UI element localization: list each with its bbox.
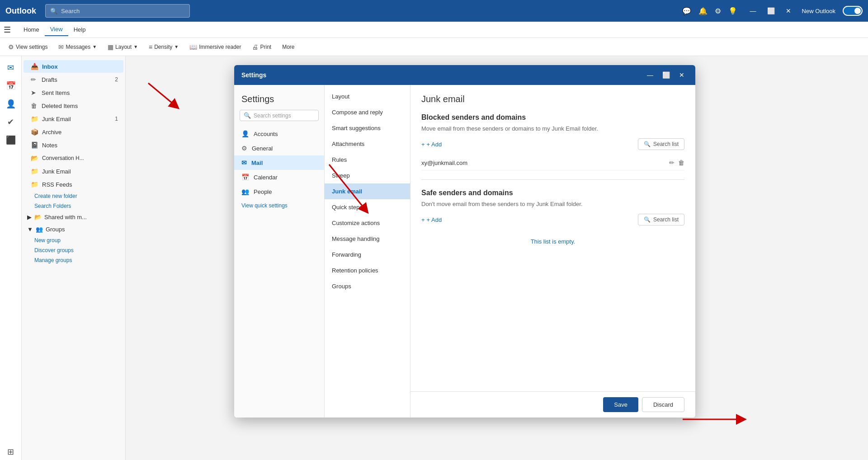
blocked-search-list-button[interactable]: 🔍 Search list: [638, 138, 684, 150]
safe-add-icon: +: [421, 216, 425, 223]
sidebar-sent-items[interactable]: ➤ Sent Items: [24, 86, 123, 99]
sidebar: 📥 Inbox ✏ Drafts 2 ➤ Sent Items 🗑 Delete…: [22, 56, 126, 460]
drafts-icon: ✏: [31, 76, 38, 83]
discard-button[interactable]: Discard: [642, 397, 684, 412]
maximize-button[interactable]: ⬜: [764, 5, 778, 16]
print-icon: 🖨: [252, 43, 258, 51]
new-outlook-toggle[interactable]: [843, 6, 863, 16]
sidebar-junk-email-1[interactable]: 📁 Junk Email 1: [24, 113, 123, 125]
blocked-email-row: xy@junkmail.com ✏ 🗑: [421, 155, 684, 170]
mail-section-forwarding[interactable]: Forwarding: [325, 247, 410, 263]
inbox-icon: 📥: [31, 63, 38, 70]
main-layout: ✉ 📅 👤 ✔ ⬛ ⊞ 📥 Inbox ✏ Drafts 2 ➤ Sent It…: [0, 56, 868, 460]
general-icon: ⚙: [241, 145, 247, 152]
accounts-icon: 👤: [241, 130, 249, 137]
settings-search-box[interactable]: 🔍: [240, 110, 319, 121]
search-icon: 🔍: [50, 8, 57, 14]
mail-section-rules[interactable]: Rules: [325, 152, 410, 168]
mail-section-retention[interactable]: Retention policies: [325, 263, 410, 278]
settings-nav-mail[interactable]: ✉ Mail: [234, 155, 324, 170]
discover-groups-link[interactable]: Discover groups: [22, 245, 125, 255]
svg-line-0: [148, 83, 175, 106]
settings-left-panel: Settings 🔍 👤 Accounts ⚙ General ✉: [234, 85, 325, 418]
mail-section-layout[interactable]: Layout: [325, 89, 410, 104]
mail-section-smart[interactable]: Smart suggestions: [325, 120, 410, 136]
toolbar-immersive-reader[interactable]: 📖 Immersive reader: [185, 42, 245, 52]
menu-help[interactable]: Help: [68, 23, 91, 36]
mail-section-junk[interactable]: Junk email: [325, 183, 410, 199]
modal-maximize-button[interactable]: ⬜: [659, 70, 674, 80]
search-box[interactable]: 🔍: [45, 4, 190, 18]
save-button[interactable]: Save: [603, 397, 638, 412]
sidebar-rss-feeds[interactable]: 📁 RSS Feeds: [24, 178, 123, 191]
toolbar-layout[interactable]: ▦ Layout ▼: [103, 42, 142, 52]
sidebar-drafts[interactable]: ✏ Drafts 2: [24, 73, 123, 86]
junk-email-title: Junk email: [421, 94, 684, 104]
toolbar-density[interactable]: ≡ Density ▼: [144, 42, 183, 52]
close-button[interactable]: ✕: [782, 5, 795, 16]
toolbar-view-settings[interactable]: ⚙ View settings: [4, 42, 52, 52]
hamburger-menu[interactable]: ☰: [4, 25, 11, 35]
settings-nav-calendar[interactable]: 📅 Calendar: [234, 170, 324, 184]
bell-icon[interactable]: 🔔: [698, 7, 708, 15]
menu-home[interactable]: Home: [18, 23, 45, 36]
toolbar-messages[interactable]: ✉ Messages ▼: [54, 42, 101, 52]
lightbulb-icon[interactable]: 💡: [728, 7, 737, 15]
deleted-icon: 🗑: [31, 102, 38, 109]
mail-section-handling[interactable]: Message handling: [325, 231, 410, 247]
settings-icon[interactable]: ⚙: [715, 7, 721, 15]
edit-blocked-entry-button[interactable]: ✏: [669, 159, 675, 166]
mail-section-sweep[interactable]: Sweep: [325, 168, 410, 183]
mail-rail-icon[interactable]: ✉: [3, 60, 19, 76]
settings-search-icon: 🔍: [244, 112, 251, 119]
mail-section-customize[interactable]: Customize actions: [325, 215, 410, 231]
mail-section-quick-steps[interactable]: Quick steps: [325, 199, 410, 215]
sidebar-archive[interactable]: 📦 Archive: [24, 126, 123, 138]
delete-blocked-entry-button[interactable]: 🗑: [678, 159, 684, 166]
sidebar-inbox[interactable]: 📥 Inbox: [24, 60, 123, 73]
menu-view[interactable]: View: [45, 23, 68, 36]
blocked-add-button[interactable]: + + Add: [421, 141, 442, 148]
apps-rail-icon[interactable]: ⬛: [3, 132, 19, 148]
safe-senders-desc: Don't move email from these senders to m…: [421, 201, 684, 207]
blocked-senders-heading: Blocked senders and domains: [421, 113, 684, 122]
todo-rail-icon[interactable]: ✔: [3, 114, 19, 130]
blocked-section-actions: + + Add 🔍 Search list: [421, 138, 684, 150]
mail-section-attachments[interactable]: Attachments: [325, 136, 410, 152]
search-folders-link[interactable]: Search Folders: [22, 201, 125, 211]
blocked-email-address: xy@junkmail.com: [421, 160, 669, 166]
toolbar-print[interactable]: 🖨 Print: [247, 42, 276, 52]
mail-section-groups[interactable]: Groups: [325, 278, 410, 294]
new-group-link[interactable]: New group: [22, 235, 125, 245]
calendar-rail-icon[interactable]: 📅: [3, 78, 19, 94]
groups-header[interactable]: ▼ 👥 Groups: [22, 223, 125, 235]
safe-senders-heading: Safe senders and domains: [421, 189, 684, 197]
settings-nav-general[interactable]: ⚙ General: [234, 141, 324, 155]
feedback-icon[interactable]: 💬: [682, 7, 691, 15]
create-new-folder-link[interactable]: Create new folder: [22, 191, 125, 201]
title-bar-icons: 💬 🔔 ⚙ 💡: [682, 7, 737, 15]
manage-groups-link[interactable]: Manage groups: [22, 255, 125, 265]
modal-close-button[interactable]: ✕: [675, 70, 688, 80]
contacts-rail-icon[interactable]: 👤: [3, 96, 19, 112]
mail-section-compose[interactable]: Compose and reply: [325, 104, 410, 120]
safe-search-list-button[interactable]: 🔍 Search list: [638, 214, 684, 225]
view-quick-settings-link[interactable]: View quick settings: [234, 199, 324, 212]
sidebar-notes[interactable]: 📓 Notes: [24, 139, 123, 151]
blocked-search-icon: 🔍: [644, 141, 651, 147]
minimize-button[interactable]: —: [746, 5, 760, 16]
safe-add-button[interactable]: + + Add: [421, 216, 442, 223]
shared-with-me-header[interactable]: ▶ 📂 Shared with m...: [22, 211, 125, 223]
app-logo: Outlook: [5, 6, 36, 16]
grid-rail-icon[interactable]: ⊞: [3, 444, 19, 460]
menu-bar: ☰ Home View Help: [0, 22, 868, 38]
sidebar-deleted-items[interactable]: 🗑 Deleted Items: [24, 99, 123, 112]
toolbar-more[interactable]: More: [278, 42, 299, 52]
search-input[interactable]: [61, 8, 185, 14]
sidebar-junk-email-2[interactable]: 📁 Junk Email: [24, 165, 123, 178]
sidebar-conversation[interactable]: 📂 Conversation H...: [24, 152, 123, 164]
settings-nav-accounts[interactable]: 👤 Accounts: [234, 127, 324, 141]
settings-nav-people[interactable]: 👥 People: [234, 184, 324, 199]
settings-search-input[interactable]: [254, 113, 315, 119]
modal-minimize-button[interactable]: —: [643, 70, 657, 80]
